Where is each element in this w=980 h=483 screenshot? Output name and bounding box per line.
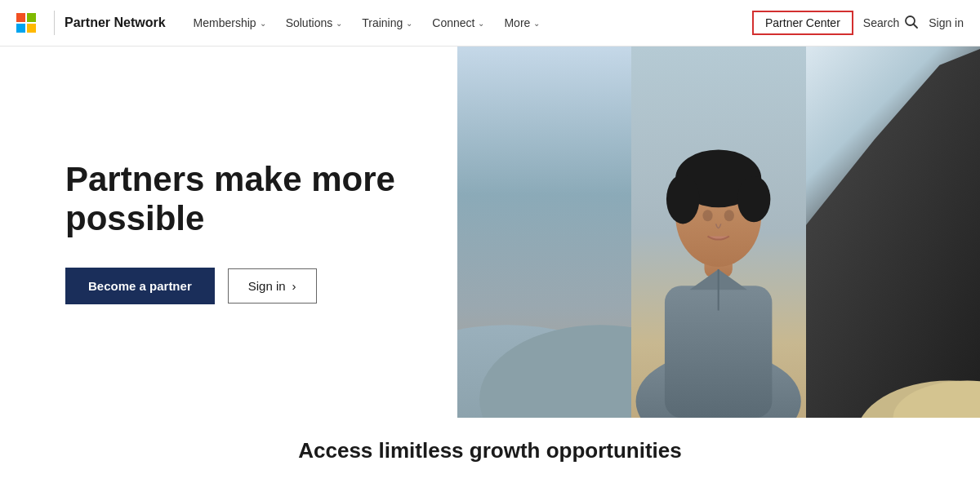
svg-point-11 — [666, 175, 699, 224]
nav-item-solutions[interactable]: Solutions ⌄ — [278, 11, 351, 34]
bottom-heading: Access limitless growth opportunities — [298, 438, 682, 463]
ms-logo-blue — [16, 24, 25, 33]
microsoft-logo[interactable] — [16, 13, 36, 33]
become-partner-button[interactable]: Become a partner — [65, 268, 215, 304]
nav-item-more[interactable]: More ⌄ — [496, 11, 548, 34]
hero-heading-line2: possible — [65, 199, 204, 237]
hero-buttons: Become a partner Sign in › — [65, 268, 408, 304]
more-chevron-icon: ⌄ — [533, 19, 540, 28]
nav-item-training[interactable]: Training ⌄ — [354, 11, 421, 34]
hero-right — [457, 47, 980, 418]
hero-signin-label: Sign in — [248, 279, 286, 293]
hero-signin-chevron-icon: › — [292, 279, 296, 293]
hero-signin-button[interactable]: Sign in › — [228, 268, 317, 304]
svg-point-14 — [724, 210, 734, 221]
svg-point-13 — [703, 210, 713, 221]
search-area[interactable]: Search — [863, 15, 919, 32]
ms-logo-yellow — [27, 24, 36, 33]
nav-item-training-label: Training — [362, 16, 403, 29]
solutions-chevron-icon: ⌄ — [336, 19, 342, 28]
connect-chevron-icon: ⌄ — [478, 19, 484, 28]
ms-logo-green — [27, 13, 36, 22]
hero-section: Partners make more possible Become a par… — [0, 47, 980, 418]
nav-item-membership-label: Membership — [194, 16, 256, 29]
ms-logo-grid — [16, 13, 36, 33]
hero-heading: Partners make more possible — [65, 160, 408, 239]
collage-panel-1 — [457, 47, 631, 418]
hero-heading-line1: Partners make more — [65, 160, 395, 198]
sign-in-link[interactable]: Sign in — [929, 16, 964, 29]
collage-panel-3 — [806, 47, 980, 418]
ms-logo-red — [16, 13, 25, 22]
membership-chevron-icon: ⌄ — [260, 19, 266, 28]
search-label: Search — [863, 16, 899, 29]
svg-point-12 — [737, 176, 770, 223]
hero-image-collage — [457, 47, 980, 418]
nav-items: Membership ⌄ Solutions ⌄ Training ⌄ Conn… — [185, 11, 752, 34]
search-icon — [904, 15, 919, 32]
training-chevron-icon: ⌄ — [406, 19, 412, 28]
nav-item-connect[interactable]: Connect ⌄ — [424, 11, 492, 34]
collage-panel-2 — [631, 47, 805, 418]
nav-item-connect-label: Connect — [432, 16, 474, 29]
nav-divider — [54, 11, 55, 35]
dark-panel-svg — [806, 47, 980, 418]
hero-left: Partners make more possible Become a par… — [0, 47, 457, 418]
nav-right: Partner Center Search Sign in — [752, 11, 964, 35]
nav-item-solutions-label: Solutions — [286, 16, 333, 29]
dune-svg-1 — [457, 47, 631, 418]
navbar: Partner Network Membership ⌄ Solutions ⌄… — [0, 0, 980, 47]
nav-item-more-label: More — [504, 16, 530, 29]
partner-center-button[interactable]: Partner Center — [752, 11, 853, 35]
person-svg — [631, 47, 805, 418]
nav-brand: Partner Network — [65, 16, 166, 30]
svg-line-1 — [914, 24, 918, 28]
nav-item-membership[interactable]: Membership ⌄ — [185, 11, 274, 34]
bottom-section: Access limitless growth opportunities — [0, 418, 980, 483]
